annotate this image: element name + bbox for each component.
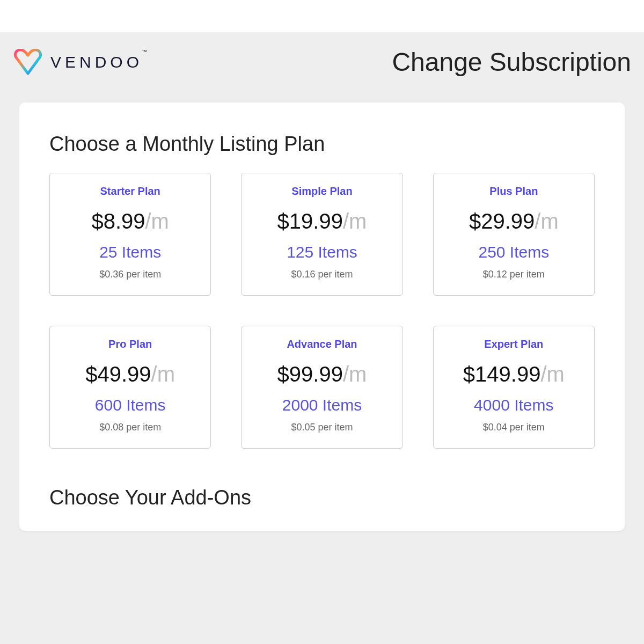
plan-price-suffix: /m: [540, 362, 564, 386]
plan-price-value: $19.99: [277, 209, 343, 233]
vendoo-logo-icon: [13, 49, 43, 76]
plan-price: $149.99/m: [439, 362, 589, 386]
plan-price-value: $149.99: [463, 362, 541, 386]
plan-price: $8.99/m: [55, 209, 205, 233]
plan-card-expert[interactable]: Expert Plan $149.99/m 4000 Items $0.04 p…: [433, 326, 595, 449]
plan-price: $49.99/m: [55, 362, 205, 386]
main-panel: Choose a Monthly Listing Plan Starter Pl…: [19, 103, 625, 531]
choose-plan-title: Choose a Monthly Listing Plan: [49, 133, 595, 156]
plan-name: Simple Plan: [247, 185, 397, 197]
plan-items: 600 Items: [55, 396, 205, 414]
plan-price-suffix: /m: [151, 362, 175, 386]
plan-items: 250 Items: [439, 243, 589, 261]
plan-per-item: $0.04 per item: [439, 422, 589, 433]
plan-card-simple[interactable]: Simple Plan $19.99/m 125 Items $0.16 per…: [241, 173, 402, 296]
brand-tm: ™: [142, 49, 151, 55]
plan-price: $99.99/m: [247, 362, 397, 386]
choose-addons-title: Choose Your Add-Ons: [49, 486, 595, 509]
brand-name: VENDOO™: [50, 53, 151, 71]
page-title: Change Subscription: [392, 47, 631, 77]
plan-per-item: $0.36 per item: [55, 269, 205, 280]
plan-price-value: $29.99: [469, 209, 535, 233]
plan-price: $19.99/m: [247, 209, 397, 233]
plan-per-item: $0.05 per item: [247, 422, 397, 433]
plan-name: Plus Plan: [439, 185, 589, 197]
plan-price-value: $8.99: [91, 209, 145, 233]
plan-per-item: $0.12 per item: [439, 269, 589, 280]
plan-items: 2000 Items: [247, 396, 397, 414]
plan-price-suffix: /m: [343, 209, 367, 233]
brand-name-text: VENDOO: [50, 53, 143, 71]
plan-card-plus[interactable]: Plus Plan $29.99/m 250 Items $0.12 per i…: [433, 173, 595, 296]
plan-price-value: $99.99: [277, 362, 343, 386]
plan-per-item: $0.16 per item: [247, 269, 397, 280]
plan-name: Pro Plan: [55, 338, 205, 350]
plan-items: 4000 Items: [439, 396, 589, 414]
plan-price-suffix: /m: [145, 209, 169, 233]
plan-price-suffix: /m: [535, 209, 558, 233]
top-spacer: [0, 0, 644, 32]
plan-card-starter[interactable]: Starter Plan $8.99/m 25 Items $0.36 per …: [49, 173, 211, 296]
page: VENDOO™ Change Subscription Choose a Mon…: [0, 32, 644, 644]
plan-name: Advance Plan: [247, 338, 397, 350]
plan-items: 25 Items: [55, 243, 205, 261]
header: VENDOO™ Change Subscription: [0, 32, 644, 103]
plan-name: Starter Plan: [55, 185, 205, 197]
plan-price-value: $49.99: [85, 362, 151, 386]
plan-card-pro[interactable]: Pro Plan $49.99/m 600 Items $0.08 per it…: [49, 326, 211, 449]
plan-card-advance[interactable]: Advance Plan $99.99/m 2000 Items $0.05 p…: [241, 326, 402, 449]
plan-per-item: $0.08 per item: [55, 422, 205, 433]
plan-items: 125 Items: [247, 243, 397, 261]
plan-price-suffix: /m: [343, 362, 367, 386]
plan-price: $29.99/m: [439, 209, 589, 233]
plans-grid: Starter Plan $8.99/m 25 Items $0.36 per …: [49, 173, 595, 449]
plan-name: Expert Plan: [439, 338, 589, 350]
brand: VENDOO™: [13, 49, 151, 76]
